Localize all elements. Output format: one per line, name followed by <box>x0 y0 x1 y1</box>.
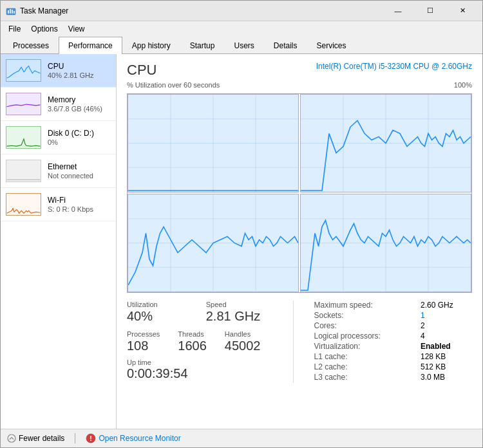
sidebar-item-wifi[interactable]: Wi-Fi S: 0 R: 0 Kbps <box>1 188 116 221</box>
stat-logical-processors: Logical processors: 4 <box>314 331 473 341</box>
window-title: Task Manager <box>20 6 383 15</box>
graph-max: 100% <box>454 81 472 89</box>
wifi-label: Wi-Fi <box>48 196 111 205</box>
menu-bar: File Options View <box>1 21 482 37</box>
cpu-value: 40% 2.81 GHz <box>48 71 111 79</box>
stats-divider <box>293 301 294 383</box>
svg-rect-2 <box>10 9 11 14</box>
uptime-value: 0:00:39:54 <box>127 366 285 381</box>
fewer-details-button[interactable]: Fewer details <box>7 434 64 443</box>
fewer-details-label: Fewer details <box>19 434 64 443</box>
sidebar-item-cpu[interactable]: CPU 40% 2.81 GHz <box>1 54 116 88</box>
stats-section: Utilization 40% Speed 2.81 GHz Processes… <box>127 301 472 383</box>
utilization-block: Utilization 40% <box>127 301 206 324</box>
sidebar: CPU 40% 2.81 GHz Memory 3.6/7.8 GB (46%) <box>1 54 117 429</box>
tab-bar: Processes Performance App history Startu… <box>1 37 482 54</box>
menu-view[interactable]: View <box>63 23 90 35</box>
processes-value: 108 <box>127 338 160 353</box>
close-button[interactable]: ✕ <box>448 1 477 21</box>
minimize-button[interactable]: — <box>383 1 413 21</box>
disk-mini-graph <box>6 126 41 149</box>
tab-services[interactable]: Services <box>307 37 356 54</box>
stat-cores: Cores: 2 <box>314 321 473 330</box>
stat-max-speed: Maximum speed: 2.60 GHz <box>314 301 473 310</box>
menu-options[interactable]: Options <box>26 23 62 35</box>
uptime-block: Up time 0:00:39:54 <box>127 359 285 381</box>
right-stats: Maximum speed: 2.60 GHz Sockets: 1 Cores… <box>314 301 473 383</box>
bottom-separator <box>75 433 75 443</box>
open-resource-monitor-button[interactable]: Open Resource Monitor <box>86 433 180 443</box>
cpu-graphs-grid <box>127 93 472 293</box>
ethernet-mini-graph <box>6 160 41 182</box>
threads-label: Threads <box>178 330 207 338</box>
ethernet-label: Ethernet <box>48 162 111 171</box>
handles-label: Handles <box>225 330 261 338</box>
open-monitor-label: Open Resource Monitor <box>99 434 180 443</box>
tab-processes[interactable]: Processes <box>3 37 59 54</box>
speed-value: 2.81 GHz <box>206 308 285 324</box>
ethernet-info: Ethernet Not connected <box>48 162 111 180</box>
tab-details[interactable]: Details <box>264 37 307 54</box>
svg-rect-1 <box>8 10 9 14</box>
wifi-value: S: 0 R: 0 Kbps <box>48 205 111 213</box>
tab-app-history[interactable]: App history <box>122 37 180 54</box>
threads-value: 1606 <box>178 338 207 353</box>
utilization-value: 40% <box>127 308 206 324</box>
tab-performance[interactable]: Performance <box>59 37 122 54</box>
cpu-graph-4 <box>300 194 471 292</box>
cpu-graph-3 <box>128 194 299 292</box>
svg-rect-3 <box>12 10 13 14</box>
wifi-mini-graph <box>6 193 41 216</box>
tab-startup[interactable]: Startup <box>180 37 225 54</box>
utilization-speed-row: Utilization 40% Speed 2.81 GHz <box>127 301 285 324</box>
speed-label: Speed <box>206 301 285 308</box>
main-panel: CPU Intel(R) Core(TM) i5-3230M CPU @ 2.6… <box>117 54 482 429</box>
left-stats: Utilization 40% Speed 2.81 GHz Processes… <box>127 301 285 383</box>
cpu-graph-1 <box>128 94 299 192</box>
stat-l1-cache: L1 cache: 128 KB <box>314 352 473 361</box>
svg-point-33 <box>8 434 15 442</box>
task-manager-window: Task Manager — ☐ ✕ File Options View Pro… <box>0 0 483 448</box>
chevron-up-icon <box>7 434 16 443</box>
stat-l2-cache: L2 cache: 512 KB <box>314 362 473 371</box>
bottom-bar: Fewer details Open Resource Monitor <box>1 429 482 447</box>
cpu-header: CPU Intel(R) Core(TM) i5-3230M CPU @ 2.6… <box>127 62 472 79</box>
utilization-label: Utilization <box>127 301 206 308</box>
processes-row: Processes 108 Threads 1606 Handles 45002 <box>127 330 285 353</box>
cpu-model: Intel(R) Core(TM) i5-3230M CPU @ 2.60GHz <box>316 62 472 71</box>
handles-block: Handles 45002 <box>225 330 261 353</box>
tab-users[interactable]: Users <box>224 37 263 54</box>
stat-l3-cache: L3 cache: 3.0 MB <box>314 373 473 382</box>
stat-sockets: Sockets: 1 <box>314 311 473 320</box>
handles-value: 45002 <box>225 338 261 353</box>
sidebar-item-disk[interactable]: Disk 0 (C: D:) 0% <box>1 121 116 154</box>
content-area: CPU 40% 2.81 GHz Memory 3.6/7.8 GB (46%) <box>1 54 482 429</box>
wifi-info: Wi-Fi S: 0 R: 0 Kbps <box>48 196 111 213</box>
threads-block: Threads 1606 <box>178 330 207 353</box>
cpu-graph-2 <box>300 94 471 192</box>
menu-file[interactable]: File <box>3 23 26 35</box>
monitor-icon <box>86 433 96 443</box>
sidebar-item-ethernet[interactable]: Ethernet Not connected <box>1 154 116 188</box>
cpu-info: CPU 40% 2.81 GHz <box>48 62 111 79</box>
sidebar-item-memory[interactable]: Memory 3.6/7.8 GB (46%) <box>1 88 116 121</box>
speed-block: Speed 2.81 GHz <box>206 301 285 324</box>
cpu-label: CPU <box>48 62 111 71</box>
graph-label: % Utilization over 60 seconds <box>127 81 220 89</box>
cpu-main-title: CPU <box>127 62 156 79</box>
memory-info: Memory 3.6/7.8 GB (46%) <box>48 95 111 113</box>
svg-rect-4 <box>14 11 15 14</box>
ethernet-value: Not connected <box>48 172 111 180</box>
cpu-mini-graph <box>6 59 41 82</box>
stat-virtualization: Virtualization: Enabled <box>314 342 473 351</box>
uptime-label: Up time <box>127 359 285 366</box>
memory-mini-graph <box>6 93 41 115</box>
disk-label: Disk 0 (C: D:) <box>48 129 111 138</box>
app-icon <box>6 6 16 16</box>
processes-label: Processes <box>127 330 160 338</box>
disk-value: 0% <box>48 138 111 146</box>
memory-label: Memory <box>48 95 111 104</box>
maximize-button[interactable]: ☐ <box>415 1 445 21</box>
svg-point-36 <box>90 440 91 441</box>
disk-info: Disk 0 (C: D:) 0% <box>48 129 111 146</box>
